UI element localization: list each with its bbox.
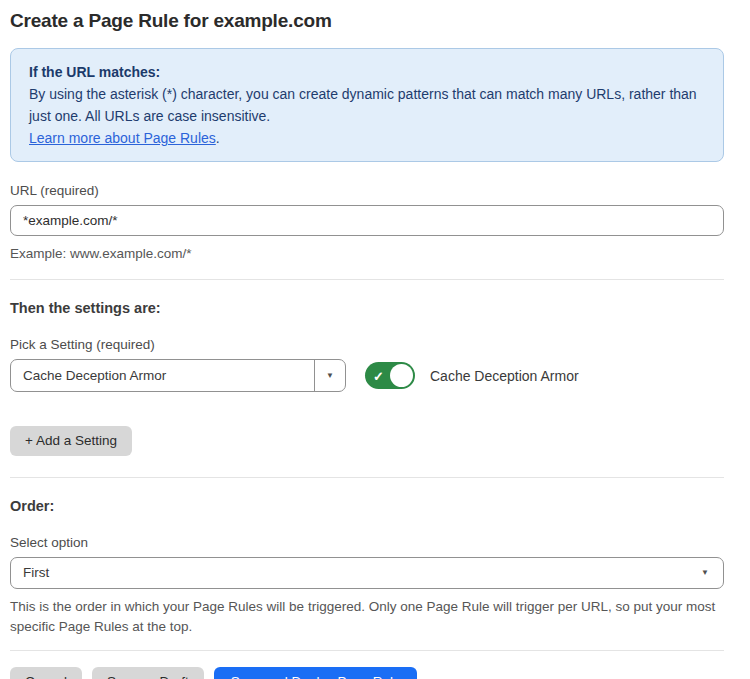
learn-more-link[interactable]: Learn more about Page Rules xyxy=(29,130,216,146)
chevron-down-icon: ▼ xyxy=(701,568,709,577)
link-period: . xyxy=(216,130,220,146)
divider xyxy=(10,477,724,478)
url-example-helper: Example: www.example.com/* xyxy=(10,244,724,264)
footer-buttons: Cancel Save as Draft Save and Deploy Pag… xyxy=(10,667,724,679)
setting-dropdown-value: Cache Deception Armor xyxy=(11,360,314,391)
cancel-button[interactable]: Cancel xyxy=(10,667,82,679)
setting-dropdown[interactable]: Cache Deception Armor ▼ xyxy=(10,359,346,392)
chevron-down-icon[interactable]: ▼ xyxy=(314,360,345,391)
url-input[interactable] xyxy=(10,205,724,236)
setting-row: Cache Deception Armor ▼ ✓ Cache Deceptio… xyxy=(10,359,724,392)
save-as-draft-button[interactable]: Save as Draft xyxy=(92,667,204,679)
info-box-heading: If the URL matches: xyxy=(29,61,705,83)
divider xyxy=(10,279,724,280)
page-title: Create a Page Rule for example.com xyxy=(10,10,724,32)
info-box-link-line: Learn more about Page Rules. xyxy=(29,127,705,149)
add-setting-button[interactable]: + Add a Setting xyxy=(10,426,132,456)
setting-toggle-label: Cache Deception Armor xyxy=(430,368,579,384)
check-icon: ✓ xyxy=(373,369,384,382)
divider xyxy=(10,650,724,651)
order-section-heading: Order: xyxy=(10,498,724,514)
setting-toggle[interactable]: ✓ xyxy=(365,362,415,389)
order-select-label: Select option xyxy=(10,535,724,550)
url-match-info-box: If the URL matches: By using the asteris… xyxy=(10,48,724,162)
info-box-body: By using the asterisk (*) character, you… xyxy=(29,83,705,127)
save-and-deploy-button[interactable]: Save and Deploy Page Rule xyxy=(214,667,418,679)
order-select[interactable]: First ▼ xyxy=(10,557,724,589)
order-helper-text: This is the order in which your Page Rul… xyxy=(10,597,724,637)
page-rule-form: Create a Page Rule for example.com If th… xyxy=(10,0,724,679)
settings-section-heading: Then the settings are: xyxy=(10,300,724,316)
toggle-knob xyxy=(390,364,413,387)
url-field-label: URL (required) xyxy=(10,183,724,198)
order-select-value: First xyxy=(23,565,49,580)
setting-picker-label: Pick a Setting (required) xyxy=(10,337,724,352)
